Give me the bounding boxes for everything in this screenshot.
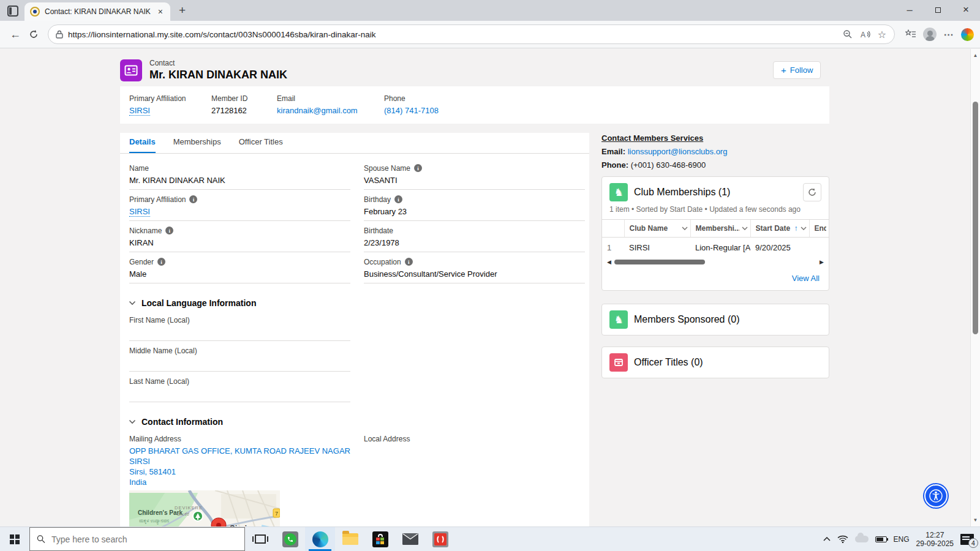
taskbar-clock[interactable]: 12:27 29-09-2025: [916, 531, 954, 548]
view-all-link[interactable]: View All: [792, 274, 820, 283]
file-explorer-button[interactable]: [335, 527, 365, 551]
field-occupation: Occupationi Business/Consultant/Service …: [364, 252, 585, 283]
back-icon[interactable]: ←: [6, 25, 24, 43]
officer-titles-title[interactable]: Officer Titles (0): [634, 357, 703, 368]
primary-affiliation-link[interactable]: SIRSI: [129, 106, 150, 116]
profile-avatar[interactable]: [923, 28, 937, 41]
action-center-button[interactable]: 4: [960, 534, 974, 545]
close-button[interactable]: ×: [952, 0, 980, 20]
favorite-star-icon[interactable]: ☆: [873, 26, 891, 43]
clock-time: 12:27: [916, 531, 954, 539]
mailing-address-link[interactable]: OPP BHARAT GAS OFFICE, KUMTA ROAD RAJEEV…: [129, 446, 350, 466]
address-bar[interactable]: https://lionsinternational.my.site.com/s…: [48, 24, 895, 44]
mailing-address-link[interactable]: India: [129, 478, 146, 487]
url-text[interactable]: https://lionsinternational.my.site.com/s…: [68, 30, 839, 39]
follow-button[interactable]: + Follow: [773, 61, 821, 79]
red-h-app-icon: [432, 531, 448, 547]
browser-tab[interactable]: Contact: KIRAN DINAKAR NAIK ×: [24, 2, 170, 21]
chevron-down-icon: [129, 419, 136, 424]
info-icon[interactable]: i: [394, 195, 402, 203]
info-icon[interactable]: i: [165, 227, 173, 234]
task-view-button[interactable]: [245, 527, 275, 551]
scrollbar-thumb[interactable]: [614, 260, 706, 264]
wifi-icon[interactable]: [837, 535, 848, 543]
info-icon[interactable]: i: [405, 258, 413, 266]
club-memberships-title[interactable]: Club Memberships (1): [634, 187, 730, 198]
phone-link[interactable]: (814) 741-7108: [384, 106, 439, 115]
mailing-address-link[interactable]: Sirsi, 581401: [129, 467, 176, 476]
chevron-down-icon: [682, 227, 688, 230]
scrollbar-thumb[interactable]: [973, 102, 978, 334]
clock-date: 29-09-2025: [916, 539, 954, 548]
section-local-language[interactable]: Local Language Information: [129, 298, 589, 308]
task-view-icon: [255, 534, 266, 544]
tray-expand-icon[interactable]: [823, 537, 831, 541]
scroll-left-icon[interactable]: ◀: [607, 259, 611, 265]
mail-icon: [402, 533, 418, 545]
tab-close-icon[interactable]: ×: [156, 7, 165, 17]
membership-cell: Lion-Regular [A...: [690, 238, 750, 258]
col-start-date[interactable]: Start Date↑: [750, 220, 809, 238]
club-name-cell: SIRSI: [624, 238, 690, 258]
col-membership[interactable]: Membershi...: [690, 220, 750, 238]
support-email-link[interactable]: lionssupport@lionsclubs.org: [628, 147, 728, 156]
col-club-name[interactable]: Club Name: [624, 220, 690, 238]
start-date-cell: 9/20/2025: [750, 238, 809, 258]
whatsapp-button[interactable]: [275, 527, 305, 551]
system-tray: ENG 12:27 29-09-2025 4: [823, 527, 980, 551]
scroll-right-icon[interactable]: ▶: [820, 259, 824, 265]
settings-menu-icon[interactable]: ⋯: [940, 26, 957, 43]
page-title: Mr. KIRAN DINAKAR NAIK: [149, 69, 287, 81]
affiliation-link[interactable]: SIRSI: [129, 207, 150, 217]
mail-button[interactable]: [395, 527, 425, 551]
page-scrollbar[interactable]: ▲ ▼: [970, 49, 980, 527]
entity-label: Contact: [149, 59, 287, 67]
microsoft-store-button[interactable]: [365, 527, 395, 551]
restore-button[interactable]: [924, 0, 952, 20]
zoom-out-icon[interactable]: [839, 26, 856, 43]
taskbar-search-input[interactable]: [51, 534, 238, 544]
onedrive-icon[interactable]: [855, 536, 869, 542]
info-icon[interactable]: i: [414, 164, 422, 172]
battery-icon[interactable]: [875, 536, 887, 542]
scroll-up-icon[interactable]: ▲: [971, 53, 980, 58]
read-aloud-icon[interactable]: A: [856, 26, 873, 43]
table-horizontal-scrollbar[interactable]: ◀ ▶: [602, 258, 829, 268]
details-card: Details Memberships Officer Titles Name …: [120, 133, 589, 527]
language-indicator[interactable]: ENG: [894, 535, 910, 544]
store-icon: [372, 531, 388, 547]
table-row[interactable]: 1 SIRSI Lion-Regular [A... 9/20/2025: [602, 238, 829, 258]
tab-title: Contact: KIRAN DINAKAR NAIK: [45, 7, 151, 16]
favorites-collections-icon[interactable]: [902, 26, 919, 43]
tab-memberships[interactable]: Memberships: [173, 137, 221, 153]
field-primary-affiliation: Primary Affiliationi SIRSI: [129, 190, 350, 221]
support-title: Contact Members Services: [601, 133, 829, 143]
edge-browser-button[interactable]: [305, 527, 335, 551]
info-icon[interactable]: i: [189, 195, 197, 203]
col-row-number: [602, 220, 624, 238]
members-sponsored-icon: ♞: [609, 310, 628, 329]
new-tab-button[interactable]: +: [179, 4, 186, 17]
summary-phone: Phone (814) 741-7108: [384, 94, 439, 115]
section-contact-information[interactable]: Contact Information: [129, 417, 589, 427]
members-sponsored-title[interactable]: Members Sponsored (0): [634, 314, 740, 325]
taskbar-search[interactable]: [29, 527, 245, 551]
tab-officer-titles[interactable]: Officer Titles: [239, 137, 283, 153]
email-link[interactable]: kirandnaik@gmail.com: [277, 106, 358, 115]
scroll-down-icon[interactable]: ▼: [971, 517, 980, 523]
refresh-list-button[interactable]: [803, 183, 821, 201]
minimize-button[interactable]: ─: [895, 0, 924, 20]
refresh-icon[interactable]: [24, 25, 43, 43]
red-h-app-button[interactable]: [425, 527, 455, 551]
accessibility-widget-button[interactable]: [924, 484, 948, 508]
col-end-date[interactable]: End: [809, 220, 829, 238]
copilot-icon[interactable]: [961, 28, 974, 41]
tab-details[interactable]: Details: [129, 137, 156, 153]
tab-workspaces-icon[interactable]: [7, 6, 18, 17]
info-icon[interactable]: i: [157, 258, 165, 266]
start-button[interactable]: [0, 527, 29, 551]
windows-logo-icon: [10, 534, 20, 544]
row-number-cell: 1: [602, 238, 624, 258]
field-spouse-name: Spouse Namei VASANTI: [364, 159, 585, 190]
list-meta: 1 item • Sorted by Start Date • Updated …: [602, 205, 829, 219]
